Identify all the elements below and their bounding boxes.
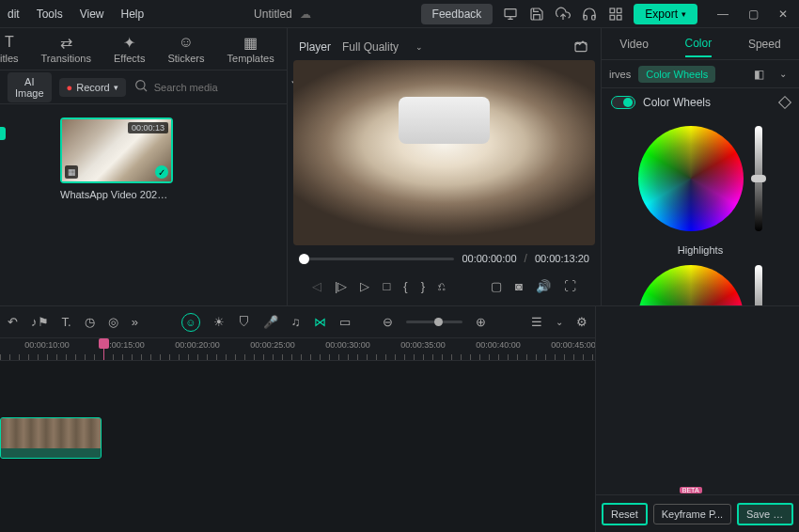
subtab-colorwheels[interactable]: Color Wheels [638, 66, 715, 83]
list-view-icon[interactable]: ☰ [531, 315, 542, 329]
subtab-curves[interactable]: irves [609, 69, 631, 80]
grid-apps-icon[interactable] [607, 6, 624, 23]
search-icon [133, 78, 149, 96]
midtones-luminance-slider[interactable] [755, 265, 762, 305]
marker-tool-icon[interactable]: ♪⚑ [31, 315, 49, 329]
svg-rect-4 [618, 15, 622, 20]
mark-in-icon[interactable]: { [403, 279, 407, 293]
menu-help[interactable]: Help [121, 8, 145, 21]
record-button[interactable]: ●Record▾ [59, 78, 126, 97]
chevron-down-icon[interactable]: ⌄ [775, 66, 791, 83]
save-custom-button[interactable]: Save as cu... [737, 503, 793, 525]
feedback-button[interactable]: Feedback [421, 4, 494, 24]
more-tools-icon[interactable]: » [132, 315, 138, 329]
clip-name: WhatsApp Video 2023-10-05... [60, 189, 173, 200]
tab-templates[interactable]: ▦Templates [227, 34, 274, 64]
save-icon[interactable] [528, 6, 545, 23]
text-tool-icon[interactable]: T. [62, 315, 71, 329]
mark-out-icon[interactable]: } [421, 279, 425, 293]
cloud-upload-icon[interactable] [555, 6, 572, 23]
volume-icon[interactable]: 🔊 [536, 279, 551, 293]
menu-tools[interactable]: Tools [37, 8, 63, 21]
layout-toggle-icon[interactable]: ◧ [750, 66, 767, 83]
search-input[interactable] [154, 82, 284, 93]
tab-titles[interactable]: Titles [0, 34, 19, 64]
zoom-slider[interactable] [406, 321, 462, 323]
display-icon[interactable]: ▢ [491, 279, 502, 293]
playback-slider[interactable] [299, 258, 454, 260]
video-frame [293, 60, 595, 245]
fullscreen-icon[interactable]: ⛶ [564, 279, 576, 293]
media-panel: Titles ⇄Transitions ✦Effects ☺Stickers ▦… [0, 28, 288, 305]
ruler-mark: 00:00:10:00 [24, 340, 70, 350]
midtones-color-wheel[interactable] [638, 265, 744, 305]
timeline-clip[interactable] [0, 417, 102, 459]
step-back-icon[interactable]: |▷ [335, 279, 347, 293]
snapshot-icon[interactable] [572, 39, 589, 55]
tab-video[interactable]: Video [619, 32, 648, 56]
menu-edit[interactable]: dit [8, 8, 20, 21]
colorwheels-toggle[interactable] [611, 96, 635, 109]
export-button[interactable]: Export▾ [634, 4, 697, 24]
tab-speed[interactable]: Speed [748, 32, 781, 56]
frame-icon[interactable]: ▭ [339, 315, 351, 329]
reset-button[interactable]: Reset [602, 503, 648, 525]
marker-icon[interactable]: ⎌ [438, 279, 446, 293]
mask-icon[interactable]: ◎ [108, 315, 118, 329]
keyframe-preset-button[interactable]: Keyframe P... [653, 504, 731, 524]
timeline-ruler[interactable]: 00:00:10:00 00:00:15:00 00:00:20:00 00:0… [0, 338, 595, 361]
settings-icon[interactable]: ⚙ [576, 315, 588, 329]
zoom-in-icon[interactable]: ⊕ [476, 315, 486, 329]
mic-icon[interactable]: 🎤 [263, 315, 278, 329]
svg-point-5 [135, 81, 144, 89]
highlights-luminance-slider[interactable] [755, 126, 762, 231]
clip-duration: 00:00:13 [128, 122, 168, 133]
templates-icon: ▦ [243, 34, 258, 51]
media-clip[interactable]: 00:00:13 ▦ ✓ [60, 117, 173, 183]
window-maximize-icon[interactable]: ▢ [744, 6, 761, 23]
svg-rect-1 [610, 8, 615, 13]
highlights-color-wheel[interactable] [638, 126, 744, 231]
shield-icon[interactable]: ⛉ [238, 315, 250, 329]
headset-icon[interactable] [581, 6, 598, 23]
timeline-tracks[interactable] [0, 361, 595, 532]
camera-icon[interactable]: ◙ [515, 279, 523, 293]
ai-tool-icon[interactable]: ☺ [181, 313, 200, 332]
music-icon[interactable]: ♫ [291, 315, 301, 329]
media-type-icon: ▦ [65, 165, 78, 179]
cloud-sync-icon[interactable]: ☁ [300, 8, 311, 21]
titles-icon: T [5, 34, 14, 51]
properties-footer: Reset BETA Keyframe P... Save as cu... [596, 494, 799, 532]
link-icon[interactable]: ⋈ [314, 315, 326, 329]
tab-effects[interactable]: ✦Effects [114, 34, 145, 64]
tab-stickers[interactable]: ☺Stickers [167, 34, 204, 64]
zoom-out-icon[interactable]: ⊖ [383, 315, 393, 329]
ai-image-button[interactable]: AI Image [8, 72, 52, 102]
tab-color[interactable]: Color [685, 31, 713, 57]
transitions-icon: ⇄ [60, 34, 72, 51]
window-minimize-icon[interactable]: — [714, 6, 731, 23]
keyframe-diamond-icon[interactable] [778, 96, 791, 109]
time-separator: / [525, 252, 527, 265]
undo-icon[interactable]: ↶ [8, 315, 18, 329]
playhead[interactable] [103, 338, 104, 361]
quality-selector[interactable]: Full Quality⌄ [342, 40, 423, 54]
menu-view[interactable]: View [80, 8, 104, 21]
category-indicator [0, 127, 6, 140]
window-close-icon[interactable]: ✕ [775, 6, 791, 23]
adjust-icon[interactable]: ☀ [213, 315, 225, 329]
beta-badge: BETA [680, 487, 702, 493]
crop-icon[interactable]: ◷ [85, 315, 95, 329]
chevron-down-icon[interactable]: ⌄ [556, 317, 563, 327]
player-viewport[interactable] [293, 60, 595, 245]
time-total: 00:00:13:20 [535, 253, 589, 264]
play-icon[interactable]: ▷ [360, 279, 369, 293]
tab-transitions[interactable]: ⇄Transitions [41, 34, 91, 64]
stop-icon[interactable]: □ [383, 279, 390, 293]
player-label: Player [299, 40, 331, 54]
svg-rect-0 [505, 8, 516, 16]
right-fill [596, 306, 799, 494]
svg-rect-3 [610, 15, 615, 20]
desktop-icon[interactable] [502, 6, 519, 23]
prev-frame-icon[interactable]: ◁ [312, 279, 321, 293]
